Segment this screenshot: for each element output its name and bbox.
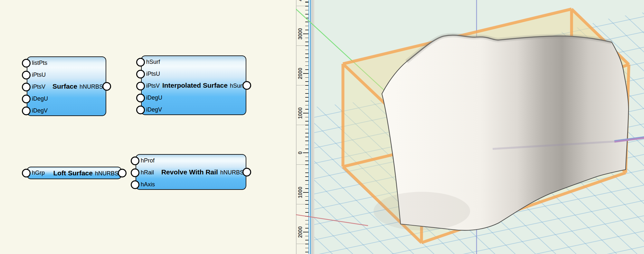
input-label: iDegV [146,106,162,113]
node-editor-canvas[interactable]: listPts iPtsU iPtsV iDegU iDegV [0,0,296,254]
input-port[interactable] [131,180,139,189]
input-label: iPtsU [32,72,46,78]
input-label: iDegV [32,107,48,114]
output-port[interactable] [118,169,127,177]
input-port[interactable] [22,169,31,177]
input-label: listPts [32,60,47,66]
node-title: Revolve With Rail [161,168,218,176]
ruler-label: 2000 [296,64,308,83]
3d-viewport[interactable] [296,0,644,254]
input-port[interactable] [136,105,145,114]
input-row: hAxis [136,179,246,190]
node-title: Loft Surface [53,169,93,177]
input-port[interactable] [22,106,31,115]
output-label: hSurf [230,83,244,89]
node-title: Surface [52,83,77,90]
node-interpolated-surface[interactable]: hSurf iPtsU iPtsV iDegU iDegV [141,55,246,115]
application-window: listPts iPtsU iPtsV iDegU iDegV [0,0,644,254]
input-label: hRail [141,169,154,176]
node-title: Interpolated Surface [162,82,228,89]
input-port[interactable] [22,94,31,103]
floor-grid [314,0,644,254]
input-port[interactable] [131,168,139,177]
surface-ridge-shading [407,35,612,62]
node-surface[interactable]: listPts iPtsU iPtsV iDegU iDegV [27,56,106,116]
output-label: hNURBS [80,83,103,90]
input-row: hSurf [142,56,246,68]
input-label: hSurf [146,59,160,65]
ruler-label: 1000 [296,103,308,123]
input-port[interactable] [22,71,31,79]
output-label: hNURBS [220,169,244,176]
viewport-edge-band [311,0,314,254]
ruler-label: 0 [296,143,308,162]
surface-lower-shading [374,192,470,230]
output-port[interactable] [102,82,111,91]
input-row: iPtsU [142,68,246,80]
bounding-box [343,9,629,243]
viewport-background [314,0,644,254]
output-label: hNURBS [95,170,118,177]
input-row: iDegU [27,93,106,105]
input-row: iDegV [27,105,106,117]
input-row: iDegV [142,104,246,116]
input-label: hAxis [141,181,155,188]
input-row: listPts [27,57,106,69]
input-port[interactable] [22,59,31,67]
input-row: hProf [136,155,246,167]
ruler-label: 4000 [296,0,308,5]
input-label: iPtsU [146,71,160,77]
ruler-viewport-divider [308,0,311,254]
input-label: iPtsV [146,83,160,89]
ruler-label: 1000 [296,183,308,202]
input-row: iDegU [142,92,246,104]
output-port[interactable] [242,81,251,90]
input-port[interactable] [22,83,31,91]
input-port[interactable] [136,93,145,102]
input-label: hProf [141,157,155,164]
node-revolve-with-rail[interactable]: hProf hRail hAxis Revolve With Rail hNUR… [136,154,246,190]
input-port[interactable] [136,58,145,66]
nurbs-surface [374,35,629,230]
bounding-box-edges [343,9,629,243]
viewport-ruler: 4000 3000 2000 1000 0 1000 2000 [296,0,308,254]
input-port[interactable] [136,82,145,90]
input-port[interactable] [131,156,139,165]
node-loft-surface[interactable]: hGrp Loft Surface hNURBS [27,167,122,179]
input-label: iPtsV [32,83,45,90]
input-port[interactable] [136,70,145,78]
ruler-label: 3000 [296,24,308,44]
input-label: hGrp [32,170,45,176]
ruler-label: 2000 [296,222,308,242]
output-port[interactable] [242,168,251,176]
w-axis-line [493,137,644,149]
input-label: iDegU [146,94,162,101]
input-label: iDegU [32,95,48,102]
input-row: iPtsU [27,69,106,81]
